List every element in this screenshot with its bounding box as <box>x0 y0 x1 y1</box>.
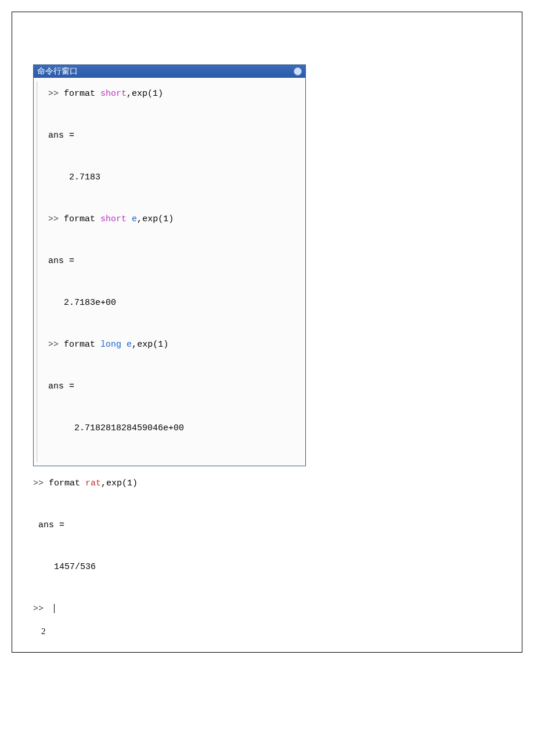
blank-line <box>48 105 303 125</box>
keyword-rat: rat <box>85 478 101 488</box>
blank-line <box>48 188 303 209</box>
keyword-e: e <box>127 340 132 350</box>
ans-label: ans = <box>48 251 303 272</box>
command-window: 命令行窗口 >> format short,exp(1) ans = 2.718… <box>33 64 306 466</box>
text-cursor-icon <box>54 604 55 613</box>
command-window-body[interactable]: >> format short,exp(1) ans = 2.7183 >> f… <box>34 78 305 466</box>
keyword-short: short <box>100 89 127 99</box>
ans-value: 2.718281828459046e+00 <box>48 418 303 439</box>
blank-line <box>48 272 303 293</box>
page-container: 命令行窗口 >> format short,exp(1) ans = 2.718… <box>12 12 522 653</box>
cmd-line-active[interactable]: >> <box>33 599 511 620</box>
keyword-e: e <box>132 214 137 224</box>
ans-value: 2.7183e+00 <box>48 293 303 314</box>
keyword-long: long <box>100 340 121 350</box>
titlebar-title: 命令行窗口 <box>37 66 78 77</box>
arg-exp: ,exp(1) <box>101 478 138 488</box>
blank-line <box>48 439 303 460</box>
blank-line <box>48 355 303 376</box>
prompt-icon: >> <box>48 214 59 224</box>
code-area: >> format short,exp(1) ans = 2.7183 >> f… <box>36 81 303 462</box>
overflow-output: >> format rat,exp(1) ans = 1457/536 >> 2 <box>33 473 511 642</box>
blank-line <box>48 397 303 418</box>
blank-line <box>48 314 303 334</box>
cmd-line: >> format long e,exp(1) <box>48 334 303 355</box>
cmd-line: >> format short,exp(1) <box>48 84 303 105</box>
command-window-titlebar: 命令行窗口 <box>34 65 305 78</box>
cmd-line: >> format rat,exp(1) <box>33 473 511 494</box>
ans-value: 2.7183 <box>48 167 303 188</box>
prompt-icon: >> <box>33 604 44 614</box>
cmd-line: >> format short e,exp(1) <box>48 209 303 230</box>
blank-line <box>48 146 303 167</box>
prompt-icon: >> <box>48 340 59 350</box>
keyword-format: format <box>64 214 95 224</box>
ans-label: ans = <box>48 376 303 397</box>
ans-label: ans = <box>33 515 511 536</box>
ans-value: 1457/536 <box>33 557 511 578</box>
ans-label: ans = <box>48 125 303 146</box>
blank-line <box>33 536 511 557</box>
keyword-short-e: short <box>100 214 127 224</box>
footnote-number: 2 <box>41 621 511 642</box>
prompt-icon: >> <box>48 89 59 99</box>
keyword-format: format <box>64 340 95 350</box>
blank-line <box>48 230 303 251</box>
blank-line <box>33 578 511 599</box>
keyword-format: format <box>64 89 95 99</box>
keyword-format: format <box>49 478 80 488</box>
blank-line <box>33 494 511 515</box>
arg-exp: ,exp(1) <box>127 89 163 99</box>
prompt-icon: >> <box>33 478 44 488</box>
arg-exp: ,exp(1) <box>132 340 168 350</box>
arg-exp: ,exp(1) <box>137 214 174 224</box>
titlebar-help-icon[interactable] <box>294 67 302 75</box>
